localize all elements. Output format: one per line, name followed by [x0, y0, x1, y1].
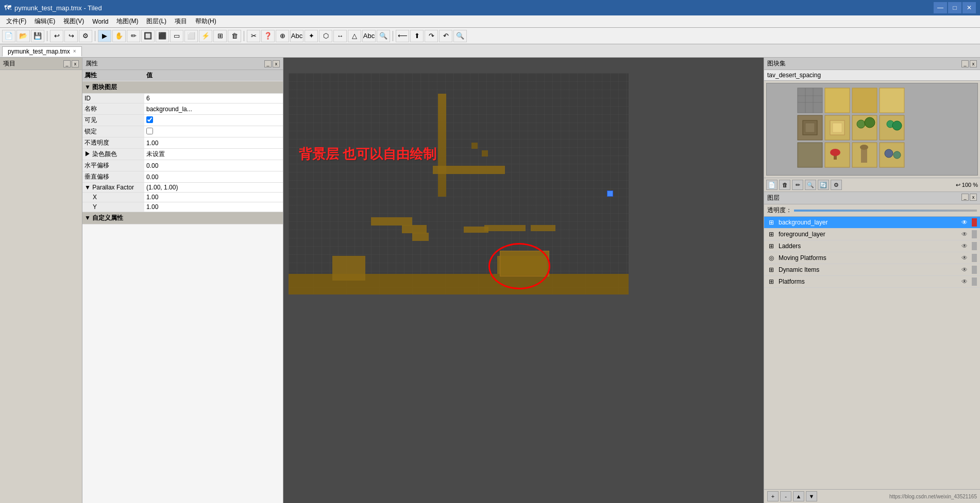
prop-value-voffset[interactable]: 0.00 [144, 171, 283, 183]
menu-file[interactable]: 文件(F) [2, 16, 30, 27]
tilesets-float-btn[interactable]: _ [961, 60, 969, 67]
prop-value-tintcolor[interactable]: 未设置 [144, 149, 283, 160]
project-panel-close-btn[interactable]: x [72, 60, 79, 67]
layer-eye-dynamic-items[interactable]: 👁 [961, 266, 968, 273]
tool-insert-point[interactable]: ✦ [305, 30, 318, 42]
properties-float-btn[interactable]: _ [264, 60, 272, 67]
menu-bar: 文件(F) 编辑(E) 视图(V) World 地图(M) 图层(L) 项目 帮… [0, 15, 980, 28]
layer-up-btn[interactable]: ▲ [793, 491, 804, 501]
tool-erase[interactable]: ⬜ [184, 30, 198, 42]
menu-map[interactable]: 地图(M) [112, 16, 142, 27]
tilesets-close-btn[interactable]: x [970, 60, 977, 67]
tileset-edit-btn[interactable]: ✏ [792, 180, 803, 190]
prop-row-locked: 锁定 [82, 126, 283, 137]
map-canvas[interactable] [289, 73, 629, 294]
svg-rect-21 [798, 143, 822, 167]
tool-stamp[interactable]: ✏ [127, 30, 140, 42]
prop-value-id[interactable]: 6 [144, 94, 283, 103]
layer-eye-platforms[interactable]: 👁 [961, 278, 968, 285]
tileset-refresh-btn[interactable]: 🔄 [818, 180, 829, 190]
tilesets-header: 图块集 _ x [764, 58, 980, 70]
tool-object-edit[interactable]: ❓ [261, 30, 275, 42]
prop-value-opacity[interactable]: 1.00 [144, 137, 283, 149]
locked-checkbox[interactable] [146, 128, 153, 134]
tab-close-button[interactable]: × [73, 48, 76, 54]
tool-settings[interactable]: ⚙ [79, 30, 92, 42]
layer-eye-ladders[interactable]: 👁 [961, 242, 968, 250]
layer-close-btn[interactable]: x [970, 194, 977, 201]
layer-eye-moving-platforms[interactable]: 👁 [961, 254, 968, 262]
layer-remove-btn[interactable]: - [780, 491, 791, 501]
tool-pan[interactable]: ✋ [112, 30, 126, 42]
tool-rotate-cw[interactable]: ↷ [425, 30, 438, 42]
menu-edit[interactable]: 编辑(E) [30, 16, 59, 27]
tool-insert-tile[interactable]: ⊕ [276, 30, 289, 42]
tool-text[interactable]: Abc [290, 30, 303, 42]
tool-open[interactable]: 📂 [16, 30, 30, 42]
properties-close-btn[interactable]: x [273, 60, 280, 67]
tool-rect[interactable]: ▭ [170, 30, 183, 42]
tool-snap[interactable]: △ [348, 30, 361, 42]
layer-item-ladders[interactable]: ⊞ Ladders 👁 [764, 240, 980, 252]
tileset-zoom-out-btn[interactable]: 🔍 [805, 180, 816, 190]
canvas-area[interactable]: 背景层 也可以自由绘制 [283, 58, 764, 503]
tool-delete[interactable]: 🗑 [228, 30, 241, 42]
tileset-remove-btn[interactable]: 🗑 [779, 180, 790, 190]
tool-select[interactable]: ▶ [98, 30, 111, 42]
tileset-preview[interactable] [766, 83, 978, 176]
visible-checkbox[interactable] [146, 116, 153, 123]
layer-item-background[interactable]: ⊞ background_layer 👁 [764, 217, 980, 229]
tool-flip-h[interactable]: ⟵ [396, 30, 409, 42]
tool-rotate-ccw[interactable]: ↶ [439, 30, 452, 42]
layer-item-dynamic-items[interactable]: ⊞ Dynamic Items 👁 [764, 264, 980, 276]
menu-project[interactable]: 项目 [171, 16, 191, 27]
prop-value-hoffset[interactable]: 0.00 [144, 160, 283, 171]
maximize-button[interactable]: □ [948, 2, 961, 13]
tool-flip-v[interactable]: ⬆ [410, 30, 424, 42]
tool-undo[interactable]: ↩ [50, 30, 63, 42]
layer-item-foreground[interactable]: ⊞ foreground_layer 👁 [764, 229, 980, 240]
toolbar-sep-2 [95, 31, 95, 41]
tool-save[interactable]: 💾 [31, 30, 44, 42]
prop-value-parallax-x[interactable]: 1.00 [144, 193, 283, 202]
prop-value-visible[interactable] [144, 115, 283, 126]
properties-title: 属性 [86, 59, 98, 68]
prop-value-parallax-y[interactable]: 1.00 [144, 202, 283, 212]
prop-value-name[interactable]: background_la... [144, 103, 283, 115]
layer-down-btn[interactable]: ▼ [806, 491, 817, 501]
menu-world[interactable]: World [88, 17, 112, 26]
tool-label[interactable]: Abc [362, 30, 376, 42]
layer-float-btn[interactable]: _ [961, 194, 969, 201]
tileset-settings-btn[interactable]: ⚙ [831, 180, 842, 190]
tool-insert-poly[interactable]: ⬡ [319, 30, 332, 42]
close-button[interactable]: ✕ [962, 2, 976, 13]
minimize-button[interactable]: — [934, 2, 947, 13]
tool-random[interactable]: ⊞ [213, 30, 227, 42]
tool-new[interactable]: 📄 [2, 30, 15, 42]
tool-terrain[interactable]: 🔲 [141, 30, 155, 42]
layer-eye-foreground[interactable]: 👁 [961, 231, 968, 238]
tool-zoom-in[interactable]: 🔍 [453, 30, 467, 42]
prop-row-parallax-y: Y 1.00 [82, 202, 283, 212]
tool-rotate[interactable]: ↔ [333, 30, 347, 42]
prop-row-name: 名称 background_la... [82, 103, 283, 115]
opacity-slider[interactable] [794, 210, 977, 212]
prop-value-parallax[interactable]: (1.00, 1.00) [144, 183, 283, 193]
layer-add-btn[interactable]: + [767, 491, 779, 501]
tool-object-select[interactable]: ✂ [247, 30, 260, 42]
layer-item-moving-platforms[interactable]: ◎ Moving Platforms 👁 [764, 252, 980, 264]
app-icon: 🗺 [4, 4, 11, 12]
prop-value-locked[interactable] [144, 126, 283, 137]
layer-item-platforms[interactable]: ⊞ Platforms 👁 [764, 276, 980, 288]
menu-view[interactable]: 视图(V) [59, 16, 88, 27]
menu-layer[interactable]: 图层(L) [142, 16, 171, 27]
tool-redo[interactable]: ↪ [64, 30, 78, 42]
layer-eye-background[interactable]: 👁 [961, 219, 968, 226]
tab-main-file[interactable]: pymunk_test_map.tmx × [2, 46, 82, 57]
tileset-add-btn[interactable]: 📄 [766, 180, 778, 190]
project-panel-float-btn[interactable]: _ [63, 60, 71, 67]
tool-fill[interactable]: ⬛ [156, 30, 169, 42]
tool-fix[interactable]: ⚡ [199, 30, 212, 42]
menu-help[interactable]: 帮助(H) [191, 16, 221, 27]
tool-search[interactable]: 🔍 [377, 30, 390, 42]
